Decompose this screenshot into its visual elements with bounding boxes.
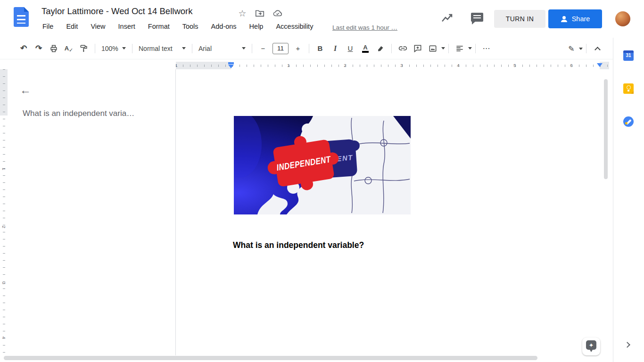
right-indent-marker[interactable]	[597, 63, 603, 67]
ruler-number: 1	[176, 63, 179, 68]
document-saved-cloud-icon	[272, 8, 283, 19]
toolbar-right-group: ✎	[564, 38, 605, 59]
highlight-color-button[interactable]	[374, 42, 387, 55]
star-icon[interactable]: ☆	[237, 8, 248, 19]
share-person-icon	[561, 16, 568, 22]
turn-in-button[interactable]: TURN IN	[494, 10, 545, 28]
paragraph-style-dropdown[interactable]: Normal text	[136, 42, 189, 55]
ruler-number: 4	[455, 63, 461, 68]
menu-help[interactable]: Help	[249, 23, 264, 30]
print-button[interactable]	[48, 42, 60, 55]
independent-puzzle-image[interactable]: NDENT INDEPENDENT	[234, 116, 411, 214]
menu-view[interactable]: View	[91, 23, 105, 30]
collapse-toolbar-button[interactable]	[591, 42, 603, 55]
assignment-title[interactable]: What is an independent varia…	[23, 109, 134, 118]
italic-button[interactable]: I	[329, 42, 341, 55]
ruler-number: 1	[1, 166, 7, 172]
ruler-number: 4	[1, 335, 7, 341]
menu-file[interactable]: File	[42, 23, 53, 30]
calendar-date-label: 31	[623, 53, 634, 58]
menu-accessibility[interactable]: Accessibility	[276, 23, 313, 30]
font-family-value: Arial	[198, 45, 238, 52]
toolbar-divider	[448, 44, 449, 53]
docs-logo-fold	[24, 7, 29, 12]
align-chevron-icon[interactable]	[468, 47, 472, 49]
zoom-dropdown[interactable]: 100%	[99, 42, 129, 55]
decrease-font-size-button[interactable]: −	[257, 42, 269, 55]
explore-button[interactable]: ✦	[582, 337, 600, 355]
menu-addons[interactable]: Add-ons	[211, 23, 237, 30]
keep-bulb-base	[627, 90, 629, 92]
document-title[interactable]: Taylor Lattimore - Wed Oct 14 Bellwork	[41, 6, 192, 16]
toolbar-divider	[309, 44, 309, 53]
explore-star-icon: ✦	[586, 340, 596, 350]
ruler-number: 2	[342, 63, 348, 68]
top-bar: Taylor Lattimore - Wed Oct 14 Bellwork ☆…	[0, 0, 644, 38]
menu-bar: File Edit View Insert Format Tools Add-o…	[42, 23, 313, 30]
editing-mode-chevron-icon[interactable]	[579, 48, 583, 50]
keep-fold	[631, 91, 634, 94]
google-keep-icon[interactable]	[623, 83, 634, 94]
toolbar-divider	[391, 44, 392, 53]
menu-tools[interactable]: Tools	[182, 23, 198, 30]
menu-format[interactable]: Format	[148, 23, 170, 30]
last-edit-link[interactable]: Last edit was 1 hour …	[332, 24, 397, 31]
undo-button[interactable]: ↶	[17, 42, 30, 55]
google-calendar-icon[interactable]: 31	[623, 50, 634, 61]
account-avatar[interactable]	[615, 11, 630, 26]
share-button[interactable]: Share	[548, 9, 602, 28]
bold-button[interactable]: B	[314, 42, 326, 55]
comment-line	[473, 17, 481, 18]
toolbar-divider	[475, 44, 476, 53]
insert-image-button[interactable]	[427, 42, 439, 55]
zoom-value: 100%	[101, 45, 118, 52]
left-indent-triangle	[228, 65, 234, 68]
google-docs-logo-icon[interactable]	[14, 7, 29, 27]
vertical-scrollbar-thumb[interactable]	[604, 79, 608, 179]
open-comments-icon[interactable]	[471, 13, 483, 22]
keep-bulb	[627, 85, 631, 90]
menu-edit[interactable]: Edit	[66, 23, 78, 30]
increase-font-size-button[interactable]: +	[292, 42, 304, 55]
document-activity-icon[interactable]	[440, 11, 454, 25]
more-toolbar-options-button[interactable]: ⋯	[480, 42, 493, 55]
editing-mode-pencil-icon[interactable]: ✎	[565, 42, 578, 55]
back-arrow-icon[interactable]: ←	[20, 83, 31, 97]
horizontal-scrollbar-thumb[interactable]	[4, 356, 537, 360]
paragraph-style-value: Normal text	[139, 45, 178, 52]
ruler-ticks	[3, 69, 5, 355]
left-indent-marker[interactable]	[228, 62, 234, 68]
vertical-ruler[interactable]: 1 2 3 4	[0, 69, 8, 355]
align-button[interactable]	[454, 42, 466, 55]
chevron-down-icon	[242, 47, 246, 49]
formatting-toolbar: ↶ ↷ A✓ 100% Normal text	[0, 38, 613, 59]
document-heading-text[interactable]: What is an independent variable?	[233, 240, 364, 250]
add-comment-button[interactable]	[412, 42, 424, 55]
first-line-indent-marker[interactable]	[228, 62, 234, 64]
move-to-folder-icon[interactable]	[254, 8, 265, 19]
insert-image-chevron-icon[interactable]	[441, 47, 445, 49]
ruler-number: 2	[1, 224, 7, 230]
toolbar-divider	[252, 44, 252, 53]
google-docs-window: Taylor Lattimore - Wed Oct 14 Bellwork ☆…	[0, 0, 644, 362]
spellcheck-button[interactable]: A✓	[63, 42, 75, 55]
horizontal-ruler[interactable]: 1 1 2 3 4 5 6	[176, 62, 609, 69]
font-size-input[interactable]: 11	[272, 43, 289, 54]
comment-line	[473, 15, 481, 16]
paint-format-button[interactable]	[78, 42, 90, 55]
google-tasks-icon[interactable]	[623, 116, 634, 127]
font-family-dropdown[interactable]: Arial	[196, 42, 248, 55]
ruler-number: 3	[1, 280, 7, 286]
share-label: Share	[572, 15, 590, 23]
menu-insert[interactable]: Insert	[118, 23, 135, 30]
document-canvas[interactable]: NDENT INDEPENDENT What is an independent…	[176, 69, 603, 355]
redo-button[interactable]: ↷	[33, 42, 45, 55]
text-color-button[interactable]: A	[359, 42, 372, 55]
ruler-number: 3	[399, 63, 405, 68]
underline-button[interactable]: U	[344, 42, 356, 55]
insert-link-button[interactable]	[396, 42, 409, 55]
ruler-number: 1	[286, 63, 291, 68]
ruler-number: 5	[512, 63, 518, 68]
toolbar-divider	[132, 44, 132, 53]
assignment-panel: ← What is an independent varia…	[8, 69, 176, 355]
